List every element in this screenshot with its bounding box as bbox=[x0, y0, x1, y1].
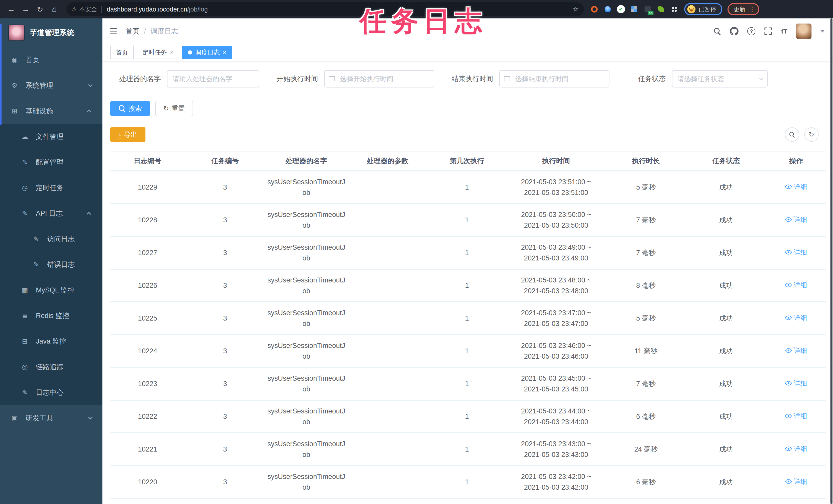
detail-link[interactable]: 详细 bbox=[785, 214, 807, 225]
search-button[interactable]: 搜索 bbox=[110, 101, 150, 116]
detail-link[interactable]: 详细 bbox=[785, 378, 807, 388]
sidebar-item[interactable]: ☁ 文件管理 bbox=[0, 124, 102, 149]
reset-button[interactable]: ↻ 重置 bbox=[155, 101, 193, 116]
address-bar[interactable]: ⚠ 不安全 dashboard.yudao.iocoder.cn /job/lo… bbox=[67, 2, 584, 16]
breadcrumb-home[interactable]: 首页 bbox=[125, 27, 139, 36]
refresh-table-button[interactable]: ↻ bbox=[804, 127, 819, 142]
toggle-search-button[interactable] bbox=[785, 127, 799, 142]
close-icon[interactable]: × bbox=[223, 49, 227, 56]
task-id-cell: 3 bbox=[185, 280, 265, 291]
app-logo bbox=[8, 25, 25, 41]
kebab-menu-icon[interactable]: ⋮ bbox=[749, 6, 755, 13]
sidebar: 芋道管理系统 ◉ 首页 ⚙ 系统管理 bbox=[0, 19, 102, 504]
browser-update-button[interactable]: 更新 ⋮ bbox=[728, 3, 759, 15]
extensions-row: ✔ on bbox=[590, 5, 679, 14]
sidebar-item-label: 错误日志 bbox=[47, 260, 75, 269]
table-row: 10222 3 sysUserSessionTimeoutJob 1 2021-… bbox=[110, 401, 826, 433]
sidebar-item[interactable]: ◎ 链路追踪 bbox=[0, 354, 102, 380]
eye-icon bbox=[785, 413, 792, 419]
extension-green-check-icon[interactable]: ✔ bbox=[617, 5, 625, 14]
font-size-icon[interactable]: tT bbox=[781, 27, 787, 35]
export-button[interactable]: ↓ 导出 bbox=[110, 127, 145, 142]
sidebar-item[interactable]: ▦ MySQL 监控 bbox=[0, 277, 102, 303]
log-id-cell: 10229 bbox=[110, 182, 185, 193]
tab-job-log[interactable]: 调度日志 × bbox=[182, 46, 232, 59]
extension-grid-icon[interactable] bbox=[630, 5, 639, 14]
sidebar-item[interactable]: ✎ 日志中心 bbox=[0, 380, 102, 405]
reload-icon[interactable]: ↻ bbox=[33, 2, 47, 16]
sidebar-item[interactable]: ✎ 访问日志 bbox=[0, 226, 102, 252]
end-time-input[interactable] bbox=[499, 70, 610, 87]
access-log-icon: ✎ bbox=[32, 235, 41, 243]
detail-link[interactable]: 详细 bbox=[785, 247, 807, 258]
sidebar-item[interactable]: ⚙ 系统管理 bbox=[0, 73, 102, 98]
handler-name-cell: sysUserSessionTimeoutJob bbox=[267, 242, 346, 263]
bookmark-star-icon[interactable]: ☆ bbox=[573, 5, 579, 13]
eye-icon bbox=[785, 314, 792, 321]
hamburger-icon[interactable]: ☰ bbox=[110, 26, 117, 36]
extension-orange-ring-icon[interactable] bbox=[590, 5, 599, 14]
detail-link[interactable]: 详细 bbox=[785, 411, 807, 421]
tab-scheduled-jobs[interactable]: 定时任务 × bbox=[137, 46, 179, 59]
sidebar-item-label: 配置管理 bbox=[36, 158, 64, 167]
sidebar-item[interactable]: ≣ Redis 监控 bbox=[0, 303, 102, 328]
github-icon[interactable] bbox=[730, 27, 738, 35]
exec-index-cell: 1 bbox=[428, 477, 506, 487]
page-scrollbar[interactable] bbox=[830, 19, 832, 504]
close-icon[interactable]: × bbox=[170, 49, 174, 56]
sidebar-item[interactable]: ▣ 研发工具 bbox=[0, 405, 102, 431]
browser-profile-chip[interactable]: 已暂停 bbox=[684, 3, 722, 15]
action-cell: 详细 bbox=[766, 247, 826, 259]
sidebar-item[interactable]: ⊟ Java 监控 bbox=[0, 328, 102, 354]
table-row: 10220 3 sysUserSessionTimeoutJob 1 2021-… bbox=[110, 466, 826, 499]
table-header-cell: 日志编号 bbox=[110, 156, 185, 166]
detail-link[interactable]: 详细 bbox=[785, 345, 807, 356]
duration-cell: 6 毫秒 bbox=[606, 411, 686, 422]
extensions-puzzle-icon[interactable] bbox=[670, 5, 679, 14]
detail-link[interactable]: 详细 bbox=[785, 444, 807, 454]
task-id-cell: 3 bbox=[185, 477, 265, 487]
sidebar-item[interactable]: ⊞ 基础设施 bbox=[0, 98, 102, 124]
url-path: /job/log bbox=[187, 6, 208, 13]
sidebar-item[interactable]: ◷ 定时任务 bbox=[0, 175, 102, 201]
handler-name-cell: sysUserSessionTimeoutJob bbox=[267, 209, 346, 231]
table-row: 10223 3 sysUserSessionTimeoutJob 1 2021-… bbox=[110, 368, 826, 401]
eye-icon bbox=[785, 446, 792, 452]
handler-name-input[interactable] bbox=[167, 70, 259, 87]
exec-time-cell: 2021-05-03 23:46:00 ~ 2021-05-03 23:46:0… bbox=[506, 340, 606, 362]
detail-link[interactable]: 详细 bbox=[785, 280, 807, 291]
sidebar-item[interactable]: ✎ 配置管理 bbox=[0, 149, 102, 175]
app-logo-row[interactable]: 芋道管理系统 bbox=[0, 19, 102, 47]
exec-index-cell: 1 bbox=[428, 182, 506, 193]
detail-link[interactable]: 详细 bbox=[785, 181, 807, 192]
user-avatar[interactable] bbox=[796, 24, 811, 39]
tab-home[interactable]: 首页 bbox=[110, 46, 134, 59]
extension-switch-icon[interactable]: on bbox=[643, 5, 652, 14]
forward-icon[interactable]: → bbox=[19, 2, 33, 16]
fullscreen-icon[interactable] bbox=[764, 27, 772, 35]
filter-form: 处理器的名字 开始执行时间 结束执行时间 bbox=[110, 70, 826, 87]
detail-link[interactable]: 详细 bbox=[785, 476, 807, 487]
home-icon[interactable]: ⌂ bbox=[47, 2, 62, 16]
extension-bulb-icon[interactable] bbox=[603, 5, 612, 14]
help-icon[interactable]: ? bbox=[747, 27, 755, 35]
sidebar-item[interactable]: ✎ 错误日志 bbox=[0, 252, 102, 277]
divider bbox=[101, 6, 102, 13]
begin-time-input[interactable] bbox=[324, 70, 434, 87]
status-cell: 成功 bbox=[686, 411, 766, 422]
extension-leaf-icon[interactable] bbox=[657, 5, 665, 14]
detail-link[interactable]: 详细 bbox=[785, 312, 807, 323]
back-icon[interactable]: ← bbox=[4, 2, 19, 16]
action-cell: 详细 bbox=[766, 312, 826, 324]
chevron-icon bbox=[87, 212, 91, 216]
job-status-select[interactable]: 请选择任务状态 bbox=[672, 70, 768, 87]
duration-cell: 11 毫秒 bbox=[606, 346, 686, 356]
sidebar-item[interactable]: ◉ 首页 bbox=[0, 47, 102, 73]
search-icon[interactable] bbox=[713, 27, 721, 35]
table-header-row: 日志编号 任务编号 处理器的名字 处理器的参数 第几次执行 执行时间 执行时 bbox=[110, 151, 826, 171]
sidebar-item[interactable]: ✎ API 日志 bbox=[0, 201, 102, 226]
avatar-caret-icon[interactable] bbox=[820, 30, 825, 32]
sidebar-item-label: 系统管理 bbox=[26, 81, 53, 90]
log-id-cell: 10221 bbox=[110, 444, 185, 455]
job-status-label: 任务状态 bbox=[638, 74, 666, 83]
